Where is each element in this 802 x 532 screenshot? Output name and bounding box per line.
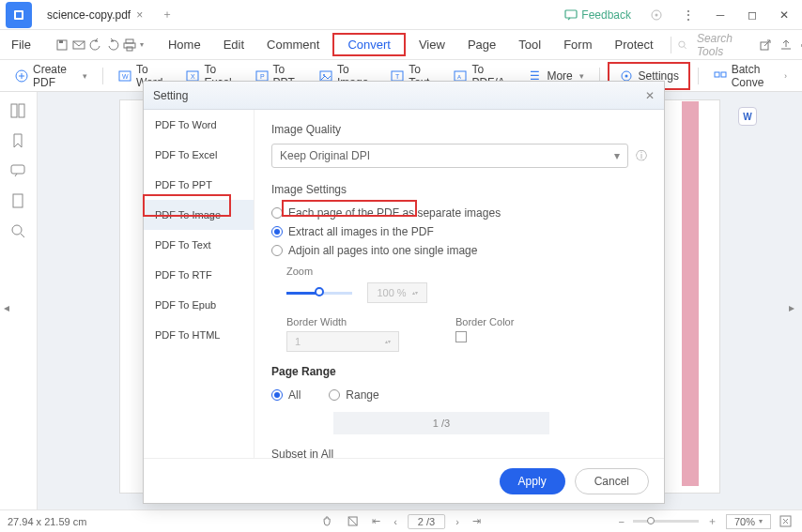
option-extract-all[interactable]: Extract all images in the PDF [271, 222, 647, 241]
menubar: File ▾ Home Edit Comment Convert View Pa… [0, 30, 802, 60]
dialog-main: Image Quality Keep Original DPI ▾ ⓘ Imag… [254, 110, 664, 458]
document-tab[interactable]: science-copy.pdf × [38, 2, 152, 28]
menu-dots-icon[interactable]: ⋮ [676, 3, 701, 27]
svg-text:T: T [395, 73, 400, 80]
side-pdf-to-excel[interactable]: PDF To Excel [144, 140, 254, 170]
side-pdf-to-text[interactable]: PDF To Text [144, 230, 254, 260]
dialog-footer: Apply Cancel [144, 458, 664, 503]
side-pdf-to-epub[interactable]: PDF To Epub [144, 290, 254, 320]
comment-panel-icon[interactable] [10, 163, 27, 180]
svg-text:W: W [122, 73, 129, 80]
svg-rect-33 [13, 194, 23, 207]
save-icon[interactable] [55, 35, 69, 55]
menu-page[interactable]: Page [458, 34, 505, 55]
radio-icon [271, 207, 283, 219]
menu-comment[interactable]: Comment [257, 34, 329, 55]
thumbnails-icon[interactable] [10, 103, 27, 120]
first-page-icon[interactable]: ⇤ [369, 515, 383, 527]
svg-point-34 [12, 225, 22, 235]
word-badge-icon[interactable]: W [738, 107, 757, 126]
zoom-slider-dialog[interactable] [286, 292, 352, 295]
menu-form[interactable]: Form [554, 34, 601, 55]
page-dimensions: 27.94 x 21.59 cm [8, 516, 86, 527]
menu-convert[interactable]: Convert [332, 33, 406, 56]
option-adjoin-pages[interactable]: Adjoin all pages into one single image [271, 241, 647, 260]
scroll-left-icon[interactable]: ◂ [4, 301, 13, 318]
radio-icon [271, 245, 283, 256]
svg-rect-1 [16, 12, 22, 18]
range-all-option[interactable]: All [271, 386, 301, 404]
bookmark-icon[interactable] [10, 133, 27, 150]
info-icon[interactable]: ⓘ [636, 148, 647, 164]
print-icon[interactable] [123, 35, 136, 55]
attachment-icon[interactable] [10, 193, 27, 210]
image-quality-select[interactable]: Keep Original DPI ▾ [271, 144, 628, 168]
create-pdf-button[interactable]: Create PDF▾ [8, 59, 95, 93]
radio-checked-icon [271, 226, 283, 237]
side-pdf-to-html[interactable]: PDF To HTML [144, 320, 254, 350]
select-tool-icon[interactable] [344, 515, 362, 527]
app-logo [6, 2, 32, 28]
menu-edit[interactable]: Edit [214, 34, 254, 55]
image-settings-label: Image Settings [271, 183, 647, 196]
search-panel-icon[interactable] [10, 223, 27, 240]
border-width-input[interactable]: 1▴▾ [286, 331, 399, 352]
batch-convert-button[interactable]: Batch Conve› [706, 59, 794, 93]
dialog-sidebar: PDF To Word PDF To Excel PDF To PPT PDF … [144, 110, 254, 458]
next-page-icon[interactable]: › [453, 516, 462, 527]
dialog-title: Setting [153, 89, 188, 102]
share-icon[interactable] [758, 35, 774, 55]
titlebar: science-copy.pdf × ＋ Feedback ⋮ ─ ◻ ✕ [0, 0, 802, 30]
close-tab-icon[interactable]: × [136, 8, 143, 22]
svg-rect-31 [19, 104, 24, 117]
side-pdf-to-word[interactable]: PDF To Word [144, 110, 254, 140]
range-range-option[interactable]: Range [329, 386, 378, 404]
page-decoration [682, 101, 699, 486]
side-pdf-to-rtf[interactable]: PDF To RTF [144, 260, 254, 290]
word-icon: W [118, 68, 131, 84]
zoom-value-box[interactable]: 100 %▴▾ [367, 282, 427, 303]
search-icon [678, 39, 686, 51]
last-page-icon[interactable]: ⇥ [470, 515, 484, 527]
apply-button[interactable]: Apply [500, 468, 565, 494]
undo-icon[interactable] [89, 35, 102, 55]
zoom-out-icon[interactable]: − [616, 516, 627, 527]
search-tools-input[interactable]: Search Tools [691, 32, 754, 58]
border-color-swatch[interactable] [455, 331, 467, 342]
file-menu[interactable]: File [8, 34, 40, 55]
menu-protect[interactable]: Protect [605, 34, 662, 55]
zoom-in-icon[interactable]: ＋ [704, 514, 720, 528]
redo-icon[interactable] [106, 35, 119, 55]
menu-home[interactable]: Home [159, 34, 210, 55]
menu-view[interactable]: View [409, 34, 455, 55]
window-maximize-icon[interactable]: ◻ [740, 3, 764, 27]
cancel-button[interactable]: Cancel [575, 468, 649, 494]
option-separate-images[interactable]: Each page of the PDF as separate images [271, 204, 647, 222]
add-tab-icon[interactable]: ＋ [162, 7, 173, 23]
settings-gear-icon[interactable] [644, 3, 669, 27]
side-pdf-to-image[interactable]: PDF To Image [144, 200, 254, 230]
prev-page-icon[interactable]: ‹ [391, 516, 400, 527]
dialog-close-icon[interactable]: ✕ [645, 89, 655, 102]
zoom-slider[interactable] [633, 520, 699, 523]
svg-rect-32 [11, 165, 24, 174]
upload-icon[interactable] [778, 35, 794, 55]
fit-page-icon[interactable] [777, 515, 794, 527]
cloud-icon[interactable] [797, 35, 802, 55]
mail-icon[interactable] [72, 35, 85, 55]
side-pdf-to-ppt[interactable]: PDF To PPT [144, 170, 254, 200]
svg-point-27 [625, 74, 627, 77]
menu-tool[interactable]: Tool [509, 34, 550, 55]
radio-checked-icon [271, 389, 283, 401]
window-close-icon[interactable]: ✕ [772, 3, 796, 27]
hand-tool-icon[interactable] [318, 515, 336, 527]
image-quality-label: Image Quality [271, 123, 647, 136]
svg-point-11 [679, 41, 685, 47]
subset-label: Subset in All [271, 448, 647, 458]
scroll-right-icon[interactable]: ▸ [789, 301, 798, 318]
print-dropdown-icon[interactable]: ▾ [140, 35, 144, 55]
window-minimize-icon[interactable]: ─ [708, 3, 733, 27]
feedback-button[interactable]: Feedback [559, 7, 637, 23]
page-number-input[interactable]: 2 /3 [408, 514, 445, 529]
zoom-value-input[interactable]: 70%▾ [726, 514, 771, 529]
